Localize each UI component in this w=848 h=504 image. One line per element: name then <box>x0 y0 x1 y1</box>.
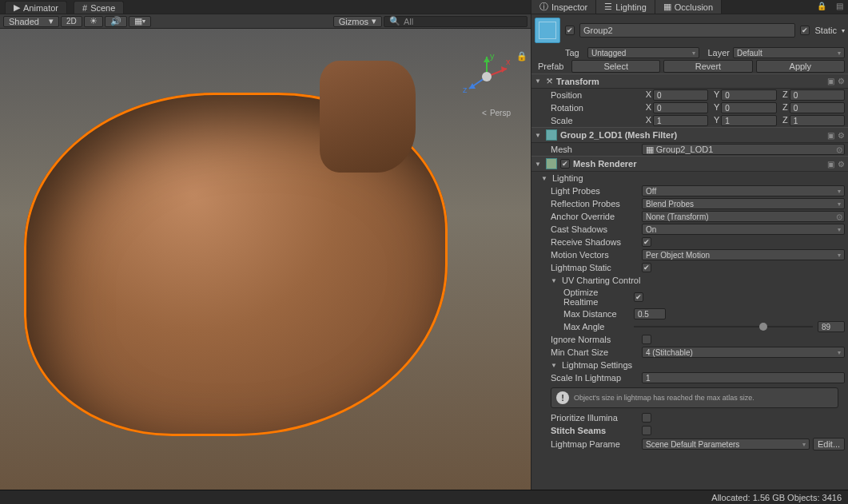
static-checkbox[interactable] <box>800 26 810 35</box>
lightprobes-dropdown[interactable]: Off <box>642 185 845 196</box>
lightmapparams-edit-button[interactable]: Edit... <box>813 438 845 450</box>
x-axis-label: x <box>506 57 511 66</box>
tab-animator[interactable]: ▶Animator <box>5 1 67 14</box>
maxangle-value[interactable]: 89 <box>818 321 845 332</box>
lighting-section: Lighting <box>552 173 583 183</box>
scalelightmap-label: Scale In Lightmap <box>551 373 639 383</box>
y-label: Y <box>710 115 719 126</box>
lightmapstatic-checkbox[interactable] <box>642 263 651 272</box>
anchoroverride-field[interactable]: None (Transform) <box>642 211 845 222</box>
y-axis-label: y <box>490 53 495 61</box>
maxdistance-field[interactable]: 0.5 <box>634 308 666 319</box>
renderer-enabled-checkbox[interactable] <box>560 159 570 169</box>
component-title: Transform <box>556 77 824 86</box>
scale-z[interactable]: 1 <box>790 115 845 126</box>
z-axis-label: z <box>463 85 468 94</box>
x-label: X <box>642 102 651 113</box>
scene-viewport[interactable]: x y z Persp 🔒 <box>0 29 531 490</box>
lock-icon[interactable]: 🔒 <box>516 51 528 62</box>
info-icon: ⓘ <box>539 1 548 13</box>
motionvectors-label: Motion Vectors <box>551 250 639 260</box>
image-icon: ▦ <box>134 16 142 26</box>
inspector-panel: ⓘInspector ☰Lighting ▦Occlusion 🔒 ▤ Grou… <box>531 0 848 490</box>
gizmos-dropdown[interactable]: Gizmos▾ <box>333 16 382 27</box>
rotation-z[interactable]: 0 <box>790 102 845 113</box>
prioritize-label: Prioritize Illumina <box>551 413 639 423</box>
help-icon[interactable]: ▣ <box>827 131 834 140</box>
layer-dropdown[interactable]: Default <box>733 47 845 58</box>
help-icon[interactable]: ▣ <box>827 160 834 169</box>
foldout-icon[interactable]: ▼ <box>551 277 559 284</box>
search-input[interactable]: 🔍All <box>384 16 528 27</box>
minchartsize-dropdown[interactable]: 4 (Stitchable) <box>642 347 845 358</box>
tab-lighting[interactable]: ☰Lighting <box>596 0 655 14</box>
position-x[interactable]: 0 <box>653 89 708 101</box>
tab-label: Animator <box>23 3 58 13</box>
scale-x[interactable]: 1 <box>653 115 708 126</box>
tag-dropdown[interactable]: Untagged <box>587 47 699 58</box>
static-dropdown-icon[interactable]: ▾ <box>842 27 845 34</box>
x-label: X <box>642 115 651 126</box>
motionvectors-dropdown[interactable]: Per Object Motion <box>642 249 845 260</box>
z-label: Z <box>778 89 788 101</box>
status-bar: Allocated: 1.56 GB Objects: 3416 <box>0 490 848 504</box>
selected-mesh-rock[interactable] <box>24 93 448 436</box>
foldout-icon[interactable]: ▼ <box>535 77 543 85</box>
scalelightmap-field[interactable]: 1 <box>642 372 845 383</box>
z-label: Z <box>778 102 788 113</box>
panel-menu-icon[interactable]: ▤ <box>831 0 848 14</box>
mesh-field[interactable]: ▦ Group2_LOD1 <box>642 144 845 155</box>
mode-2d-toggle[interactable]: 2D <box>61 16 82 27</box>
receiveshadows-checkbox[interactable] <box>642 237 651 247</box>
prefab-revert-button[interactable]: Revert <box>663 60 752 73</box>
lightmap-warning: ! Object's size in lightmap has reached … <box>551 387 838 408</box>
name-field[interactable]: Group2 <box>579 23 795 38</box>
perspective-label[interactable]: Persp <box>482 109 511 117</box>
active-checkbox[interactable] <box>565 26 575 35</box>
transform-header[interactable]: ▼ ⤧ Transform ▣ ⚙ <box>531 73 848 89</box>
warning-icon: ! <box>556 391 569 404</box>
fx-toggle[interactable]: ▦▾ <box>129 16 151 27</box>
maxangle-label: Max Angle <box>551 322 631 331</box>
lock-icon[interactable]: 🔒 <box>812 0 831 14</box>
prioritize-checkbox[interactable] <box>642 413 651 423</box>
position-y[interactable]: 0 <box>721 89 776 101</box>
lighting-toggle[interactable]: ☀ <box>84 16 103 27</box>
lightmapparams-dropdown[interactable]: Scene Default Parameters <box>642 439 810 450</box>
gameobject-icon[interactable] <box>535 18 560 43</box>
maxangle-slider[interactable]: 89 <box>634 321 845 332</box>
meshrenderer-header[interactable]: ▼ Mesh Renderer ▣ ⚙ <box>531 156 848 172</box>
foldout-icon[interactable]: ▼ <box>541 175 549 182</box>
scale-label: Scale <box>551 116 639 125</box>
meshfilter-header[interactable]: ▼ Group 2_LOD1 (Mesh Filter) ▣ ⚙ <box>531 127 848 143</box>
tab-inspector[interactable]: ⓘInspector <box>531 0 596 14</box>
gear-icon[interactable]: ⚙ <box>838 160 845 169</box>
foldout-icon[interactable]: ▼ <box>535 161 543 168</box>
allocated-label: Allocated: 1.56 GB Objects: 3416 <box>711 493 842 502</box>
rotation-x[interactable]: 0 <box>653 102 708 113</box>
audio-toggle[interactable]: 🔊 <box>105 16 127 27</box>
castshadows-dropdown[interactable]: On <box>642 224 845 235</box>
gear-icon[interactable]: ⚙ <box>838 77 845 85</box>
lightmapstatic-label: Lightmap Static <box>551 263 639 272</box>
prefab-select-button[interactable]: Select <box>571 60 660 73</box>
foldout-icon[interactable]: ▼ <box>551 362 559 369</box>
layer-label: Layer <box>703 48 730 58</box>
reflectionprobes-dropdown[interactable]: Blend Probes <box>642 198 845 209</box>
help-icon[interactable]: ▣ <box>827 77 834 85</box>
optimizerealtime-checkbox[interactable] <box>634 292 643 302</box>
position-z[interactable]: 0 <box>790 89 845 101</box>
stitchseams-checkbox[interactable] <box>642 426 651 435</box>
prefab-apply-button[interactable]: Apply <box>756 60 845 73</box>
foldout-icon[interactable]: ▼ <box>535 132 543 139</box>
gear-icon[interactable]: ⚙ <box>838 131 845 140</box>
tab-occlusion[interactable]: ▦Occlusion <box>655 0 722 14</box>
shaded-dropdown[interactable]: Shaded▾ <box>3 16 59 27</box>
rotation-y[interactable]: 0 <box>721 102 776 113</box>
tab-scene[interactable]: #Scene <box>74 1 124 14</box>
optimizerealtime-label: Optimize Realtime <box>551 288 631 307</box>
scale-y[interactable]: 1 <box>721 115 776 126</box>
ignorenormals-checkbox[interactable] <box>642 335 651 344</box>
orientation-gizmo[interactable]: x y z <box>463 53 511 101</box>
y-label: Y <box>710 102 719 113</box>
